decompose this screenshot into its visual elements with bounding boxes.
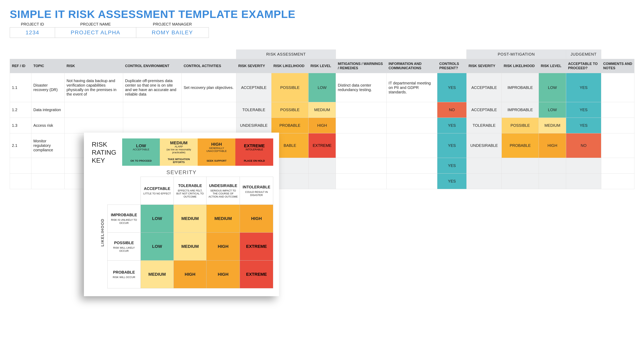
cell[interactable]: PROBABLE (502, 133, 539, 158)
cell[interactable] (182, 118, 236, 133)
cell[interactable]: ACCEPTABLE (236, 73, 272, 102)
col-ref: REF / ID (10, 59, 32, 73)
cell[interactable]: Monitor regulatory compliance (32, 133, 64, 158)
cell[interactable]: 1.3 (10, 118, 32, 133)
col-topic: TOPIC (32, 59, 64, 73)
cell[interactable] (336, 158, 386, 174)
cell[interactable]: IT departmental meeting on PII and GDPR … (386, 73, 437, 102)
cell[interactable]: LOW (308, 73, 336, 102)
cell[interactable]: YES (437, 133, 466, 158)
project-mgr[interactable]: ROMY BAILEY (136, 27, 208, 38)
cell[interactable]: Not having data backup and verification … (64, 73, 123, 102)
cell[interactable] (64, 118, 123, 133)
cell[interactable] (123, 102, 182, 118)
cell[interactable] (123, 118, 182, 133)
cell[interactable]: IMPROBABLE (502, 73, 539, 102)
col-rlvl: RISK LEVEL (308, 59, 336, 73)
cell[interactable]: HIGH (308, 118, 336, 133)
likelihood-row: POSSIBLERISK WILL LIKELY OCCUR (107, 232, 140, 260)
cell[interactable] (10, 174, 32, 189)
page-title: SIMPLE IT RISK ASSESSMENT TEMPLATE EXAMP… (10, 8, 634, 20)
matrix-cell: LOW (140, 232, 174, 260)
label-project-name: PROJECT NAME (55, 21, 136, 27)
cell[interactable] (64, 102, 123, 118)
cell[interactable]: HIGH (539, 133, 566, 158)
cell[interactable] (539, 174, 566, 189)
cell[interactable] (308, 174, 336, 189)
matrix-cell: EXTREME (240, 260, 273, 288)
cell[interactable]: POSSIBLE (272, 73, 308, 102)
cell[interactable] (601, 174, 634, 189)
cell[interactable]: POSSIBLE (272, 102, 308, 118)
cell[interactable]: POSSIBLE (502, 118, 539, 133)
cell[interactable]: TOLERABLE (236, 102, 272, 118)
cell[interactable] (336, 174, 386, 189)
cell[interactable]: YES (566, 102, 601, 118)
cell[interactable] (601, 118, 634, 133)
cell[interactable]: Access risk (32, 118, 64, 133)
cell[interactable]: NO (437, 102, 466, 118)
group-judgement: JUDGEMENT (566, 50, 601, 59)
cell[interactable]: NO (566, 133, 601, 158)
cell[interactable] (502, 158, 539, 174)
cell[interactable]: TOLERABLE (466, 118, 502, 133)
cell[interactable]: 1.1 (10, 73, 32, 102)
cell[interactable]: UNDESIRABLE (236, 118, 272, 133)
col-ctrl: CONTROLS PRESENT? (437, 59, 466, 73)
cell[interactable]: Set recovery plan objectives. (182, 73, 236, 102)
cell[interactable]: Disaster recovery (DR) (32, 73, 64, 102)
cell[interactable]: PROBABLE (272, 118, 308, 133)
cell[interactable] (601, 73, 634, 102)
matrix-cell: HIGH (206, 232, 240, 260)
cell[interactable] (601, 158, 634, 174)
key-title: RISK RATING KEY (90, 138, 122, 166)
cell[interactable]: Data integration (32, 102, 64, 118)
cell[interactable] (566, 158, 601, 174)
cell[interactable]: EXTREME (308, 133, 336, 158)
cell[interactable]: LOW (539, 73, 566, 102)
cell[interactable] (32, 158, 64, 174)
cell[interactable]: 1.2 (10, 102, 32, 118)
cell[interactable]: Duplicate off-premises data center so th… (123, 73, 182, 102)
cell[interactable] (308, 158, 336, 174)
cell[interactable] (386, 133, 437, 158)
cell[interactable]: ACCEPTABLE (466, 102, 502, 118)
project-name[interactable]: PROJECT ALPHA (55, 27, 136, 38)
cell[interactable]: LOW (539, 102, 566, 118)
cell[interactable] (386, 174, 437, 189)
cell[interactable] (336, 102, 386, 118)
cell[interactable] (386, 158, 437, 174)
cell[interactable] (539, 158, 566, 174)
cell[interactable] (386, 118, 437, 133)
cell[interactable] (182, 102, 236, 118)
cell[interactable] (502, 174, 539, 189)
cell[interactable] (601, 102, 634, 118)
project-id[interactable]: 1234 (10, 27, 55, 38)
matrix-cell: MEDIUM (174, 232, 206, 260)
cell[interactable]: YES (437, 118, 466, 133)
project-header: PROJECT ID PROJECT NAME PROJECT MANAGER … (10, 21, 209, 38)
cell[interactable] (336, 118, 386, 133)
cell[interactable] (386, 102, 437, 118)
cell[interactable]: UNDESIRABLE (466, 133, 502, 158)
cell[interactable] (10, 158, 32, 174)
cell[interactable] (601, 133, 634, 158)
cell[interactable]: YES (437, 174, 466, 189)
cell[interactable] (466, 174, 502, 189)
key-action: PLACE ON HOLD (235, 156, 273, 166)
cell[interactable]: MEDIUM (539, 118, 566, 133)
cell[interactable]: Distinct data center redundancy testing. (336, 73, 386, 102)
cell[interactable]: ACCEPTABLE (466, 73, 502, 102)
col-notes: COMMENTS AND NOTES (601, 59, 634, 73)
cell[interactable] (466, 158, 502, 174)
cell[interactable]: YES (566, 73, 601, 102)
cell[interactable] (32, 174, 64, 189)
cell[interactable]: IMPROBABLE (502, 102, 539, 118)
cell[interactable]: YES (566, 118, 601, 133)
cell[interactable] (336, 133, 386, 158)
cell[interactable] (566, 174, 601, 189)
cell[interactable]: MEDIUM (308, 102, 336, 118)
cell[interactable]: YES (437, 73, 466, 102)
cell[interactable]: YES (437, 158, 466, 174)
cell[interactable]: 2.1 (10, 133, 32, 158)
